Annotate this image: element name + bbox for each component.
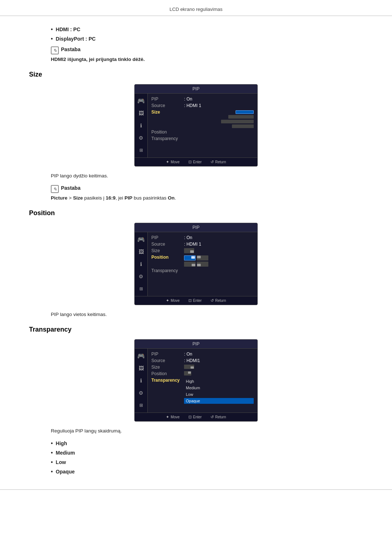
trans-bullet-medium-label: Medium (56, 450, 75, 456)
enter-icon: ⊡ (188, 160, 192, 164)
trans-sidebar-gear-icon: ⚙ (137, 389, 146, 397)
pos-sidebar-img-icon: 🖼 (137, 247, 146, 256)
trans-bullet-opaque: Opaque (51, 468, 363, 475)
pos-label-transparency: Transparency (151, 268, 184, 273)
trans-footer-return: ↺ Return (211, 415, 226, 419)
pos-label-source: Source (151, 242, 184, 247)
size-row-pip: PIP : On (151, 97, 254, 102)
note2-label: Pastaba (61, 185, 81, 191)
transparency-pip-title: PIP (135, 340, 257, 349)
pos-row-pip: PIP : On (151, 235, 254, 240)
pos-value-position (184, 255, 254, 267)
trans-value-transparency: High Medium Low Opaque (184, 378, 254, 404)
size-label-transparency: Transparency (151, 136, 184, 141)
trans-value-position (184, 371, 254, 376)
position-pip-content: PIP : On Source : HDMI 1 Size (148, 232, 257, 296)
trans-label-size: Size (151, 365, 184, 370)
trans-bullet-medium: Medium (51, 450, 363, 456)
pos-value-source: : HDMI 1 (184, 242, 254, 247)
size-row-size: Size (151, 110, 254, 128)
size-desc: PIP lango dydžio keitimas. (51, 173, 363, 178)
bullet-displayport: DisplayPort : PC (51, 36, 363, 42)
page-footer (0, 489, 392, 496)
bullet-hdmi-text: HDMI : PC (56, 26, 81, 32)
pos-row-source: Source : HDMI 1 (151, 242, 254, 247)
pos-footer-return-label: Return (215, 299, 226, 303)
note1-box: ✎ Pastaba (51, 46, 363, 54)
pos-value-pip: : On (184, 235, 254, 240)
sidebar-tv-icon: 🎮 (137, 97, 146, 105)
note2-box: ✎ Pastaba (51, 185, 363, 193)
transparency-pip-footer: ✦ Move ⊡ Enter ↺ Return (135, 413, 257, 421)
bullet-hdmi: HDMI : PC (51, 26, 363, 33)
size-row-position: Position (151, 130, 254, 135)
trans-option-low: Low (184, 391, 254, 397)
size-pip-body: 🎮 🖼 ℹ ⚙ ⊞ (135, 94, 257, 157)
size-label-position: Position (151, 130, 184, 135)
size-footer-enter: ⊡ Enter (188, 160, 202, 164)
bullet-displayport-text: DisplayPort : PC (56, 36, 96, 42)
pos-return-icon: ↺ (211, 298, 214, 303)
transparency-pip-content: PIP : On Source : HDMI1 Size (148, 349, 257, 413)
size-pip-title: PIP (135, 85, 257, 94)
trans-bullet-high-label: High (56, 440, 67, 446)
size-pip-content: PIP : On Source : HDMI 1 Size (148, 94, 257, 157)
pos-row-position: Position (151, 255, 254, 267)
pos-label-pip: PIP (151, 235, 184, 240)
size-opt-box-1 (236, 110, 254, 114)
trans-row-size: Size (151, 365, 254, 370)
move-icon: ✦ (166, 160, 169, 164)
trans-bullet-low: Low (51, 459, 363, 465)
pos-label-position: Position (151, 255, 184, 260)
position-pip-sidebar: 🎮 🖼 ℹ ⚙ ⊞ (135, 232, 148, 296)
size-pip-footer: ✦ Move ⊡ Enter ↺ Return (135, 157, 257, 166)
size-label-size: Size (151, 110, 184, 115)
trans-row-pip: PIP : On (151, 352, 254, 357)
trans-sidebar-img-icon: 🖼 (137, 364, 146, 373)
pos-footer-return: ↺ Return (211, 298, 226, 303)
size-pip-menu: PIP 🎮 🖼 ℹ ⚙ ⊞ (134, 84, 258, 167)
trans-bullet-low-label: Low (56, 459, 66, 465)
position-pip-menu: PIP 🎮 🖼 ℹ ⚙ ⊞ (134, 223, 258, 305)
pos-label-size: Size (151, 248, 184, 253)
size-heading: Size (29, 71, 363, 78)
trans-label-position: Position (151, 371, 184, 376)
trans-label-transparency: Transparency (151, 378, 184, 383)
size-opt-box-3 (221, 120, 254, 123)
position-pip-container: PIP 🎮 🖼 ℹ ⚙ ⊞ (29, 223, 363, 305)
trans-option-opaque: Opaque (184, 398, 254, 404)
size-opt-box-4 (232, 124, 254, 128)
trans-row-source: Source : HDMI1 (151, 358, 254, 363)
trans-enter-icon: ⊡ (188, 415, 192, 419)
trans-value-size (184, 365, 254, 369)
trans-label-source: Source (151, 358, 184, 363)
trans-sidebar-pip-icon: ⊞ (137, 401, 146, 410)
pos-sidebar-pip-icon: ⊞ (137, 284, 146, 293)
pos-move-icon: ✦ (166, 298, 169, 303)
note1-label: Pastaba (61, 46, 81, 52)
trans-value-source: : HDMI1 (184, 358, 254, 363)
pos-enter-icon: ⊡ (188, 298, 192, 303)
size-opt-4 (184, 124, 254, 128)
size-options (184, 110, 254, 128)
size-value-size (184, 110, 254, 128)
size-opt-3 (184, 120, 254, 123)
position-desc: PIP lango vietos keitimas. (51, 312, 363, 317)
pos-value-size (184, 248, 254, 253)
trans-sidebar-tv-icon: 🎮 (137, 352, 146, 360)
trans-label-pip: PIP (151, 352, 184, 357)
size-opt-box-2 (228, 115, 254, 119)
note2-text: Picture > Size pasikeis į 16:9, jei PIP … (51, 195, 363, 201)
note2-icon: ✎ (51, 185, 59, 193)
size-footer-enter-label: Enter (193, 160, 202, 164)
size-opt-2 (184, 115, 254, 119)
transparency-pip-container: PIP 🎮 🖼 ℹ ⚙ ⊞ (29, 339, 363, 422)
trans-value-pip: : On (184, 352, 254, 357)
size-footer-move: ✦ Move (166, 160, 179, 164)
size-footer-return-label: Return (215, 160, 226, 164)
top-bullets: HDMI : PC DisplayPort : PC (51, 26, 363, 42)
transparency-pip-body: 🎮 🖼 ℹ ⚙ ⊞ (135, 349, 257, 413)
trans-option-medium: Medium (184, 385, 254, 391)
trans-footer-move-label: Move (171, 415, 179, 419)
note1-icon: ✎ (51, 46, 59, 54)
